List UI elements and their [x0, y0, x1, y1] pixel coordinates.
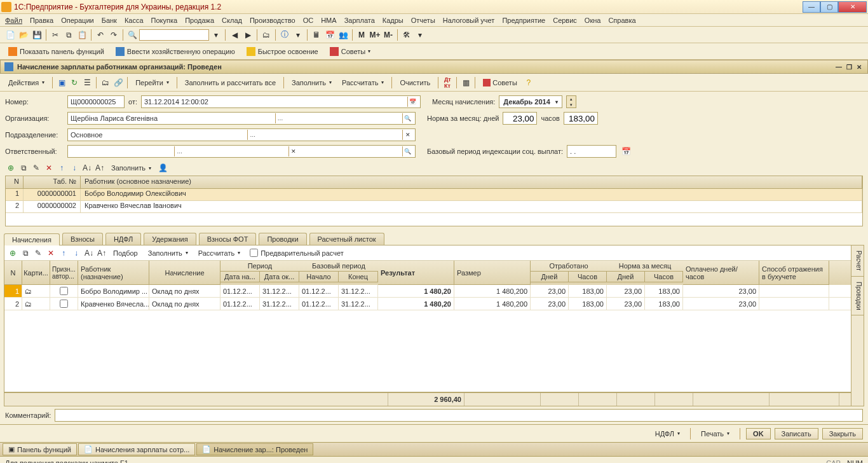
- tools-icon[interactable]: 🛠: [400, 29, 413, 41]
- paste-icon[interactable]: 📋: [76, 29, 88, 41]
- add-row-icon[interactable]: ⊕: [5, 162, 17, 174]
- grid-row[interactable]: 2 🗂 Кравченко Вячесла... Оклад по днях 0…: [4, 298, 851, 310]
- date-input[interactable]: 31.12.2014 12:00:02📅: [141, 95, 421, 108]
- search-icon[interactable]: 🔍: [126, 29, 139, 41]
- post-icon[interactable]: ▣: [56, 77, 67, 88]
- menu-os[interactable]: ОС: [303, 17, 314, 24]
- ghdr-norm[interactable]: Норма за месяц: [607, 261, 683, 272]
- grid-calc-button[interactable]: Рассчитать: [194, 247, 245, 259]
- menu-reports[interactable]: Отчеты: [411, 17, 435, 24]
- new-icon[interactable]: 📄: [4, 29, 17, 41]
- tab-fot[interactable]: Взносы ФОТ: [199, 233, 257, 245]
- ghdr-method[interactable]: Способ отражения в бухучете: [759, 261, 829, 285]
- tab-contributions[interactable]: Взносы: [62, 233, 103, 245]
- grid-sortdesc-icon[interactable]: A↑: [96, 247, 107, 259]
- mminus-icon[interactable]: M-: [382, 29, 395, 41]
- print-button[interactable]: Печать: [696, 428, 734, 439]
- ghdr-baseperiod[interactable]: Базовый период: [299, 261, 378, 272]
- resp-clear-icon[interactable]: ✕: [288, 146, 299, 156]
- calendar-mini-icon[interactable]: 📅: [407, 97, 417, 107]
- ghdr-size[interactable]: Размер: [454, 261, 531, 285]
- info-dd-icon[interactable]: ▾: [292, 29, 304, 41]
- mplus-icon[interactable]: M+: [369, 29, 381, 41]
- ghdr-nhours[interactable]: Часов: [645, 272, 683, 282]
- resp-select-icon[interactable]: …: [174, 146, 184, 156]
- calendar-icon[interactable]: 📅: [323, 29, 336, 41]
- menu-salary[interactable]: Зарплата: [344, 17, 375, 24]
- show-panel-button[interactable]: Показать панель функций: [4, 45, 109, 59]
- ok-button[interactable]: OK: [746, 428, 771, 439]
- save-button[interactable]: Записать: [775, 428, 818, 439]
- ghdr-baseend[interactable]: Конец: [339, 272, 378, 282]
- grid-up-icon[interactable]: ↑: [58, 247, 69, 259]
- ghdr-datefrom[interactable]: Дата на...: [220, 272, 260, 282]
- moveup-icon[interactable]: ↑: [56, 162, 67, 174]
- doc-restore-icon[interactable]: ❐: [844, 62, 853, 71]
- ghdr-auto[interactable]: Призн... автор...: [50, 261, 78, 285]
- ghdr-basestart[interactable]: Начало: [299, 272, 339, 282]
- org-input[interactable]: Щербіна Лариса Євгенівна…🔍: [67, 112, 416, 125]
- emp-hdr-n[interactable]: N: [6, 176, 24, 188]
- menu-sale[interactable]: Продажа: [185, 17, 214, 24]
- base-period-input[interactable]: . .: [567, 145, 616, 158]
- ghdr-ndays[interactable]: Дней: [607, 272, 645, 282]
- tree-icon[interactable]: 🗂: [260, 29, 273, 41]
- sort-desc-icon[interactable]: A↑: [94, 162, 105, 174]
- calc-button[interactable]: Рассчитать: [337, 77, 388, 88]
- dept-input[interactable]: Основное…✕: [67, 128, 416, 141]
- ghdr-emp[interactable]: Работник (назначение): [78, 261, 149, 285]
- actions-button[interactable]: Действия: [4, 77, 49, 88]
- menu-operations[interactable]: Операции: [61, 17, 93, 24]
- menu-nma[interactable]: НМА: [321, 17, 336, 24]
- dtkt-icon[interactable]: ДтКт: [442, 77, 453, 88]
- tab-payslip[interactable]: Расчетный листок: [309, 233, 384, 245]
- ghdr-dateto[interactable]: Дата ок...: [260, 272, 299, 282]
- tab-ndfl[interactable]: НДФЛ: [105, 233, 141, 245]
- close-doc-button[interactable]: Закрыть: [822, 428, 863, 439]
- grid-select-button[interactable]: Подбор: [109, 247, 142, 259]
- grid-edit-icon[interactable]: ✎: [32, 247, 44, 259]
- close-button[interactable]: ✕: [838, 1, 867, 13]
- list-icon[interactable]: ☰: [81, 77, 93, 88]
- sidetab-calc[interactable]: Расчет: [851, 245, 864, 277]
- struct-icon[interactable]: 🗂: [100, 77, 111, 88]
- tab-accruals[interactable]: Начисления: [4, 233, 60, 245]
- goto-button[interactable]: Перейти: [131, 77, 173, 88]
- ghdr-card[interactable]: Карти...: [22, 261, 50, 285]
- ghdr-whours[interactable]: Часов: [569, 272, 607, 282]
- link-icon[interactable]: 🔗: [112, 77, 124, 88]
- minimize-button[interactable]: —: [803, 1, 820, 13]
- menu-windows[interactable]: Окна: [585, 17, 601, 24]
- copy-icon[interactable]: ⧉: [62, 29, 75, 41]
- redo-icon[interactable]: ↷: [107, 29, 120, 41]
- clear-button[interactable]: Очистить: [395, 77, 435, 88]
- delete-row-icon[interactable]: ✕: [43, 162, 55, 174]
- calc-icon[interactable]: 🖩: [310, 29, 323, 41]
- emp-hdr-tab[interactable]: Таб. №: [24, 176, 81, 188]
- search-input[interactable]: [139, 29, 209, 41]
- org-lookup-icon[interactable]: 🔍: [402, 113, 412, 123]
- save-icon[interactable]: 💾: [31, 29, 43, 41]
- ghdr-worked[interactable]: Отработано: [531, 261, 607, 272]
- advice-button[interactable]: Советы▾: [325, 45, 375, 59]
- tools-dd-icon[interactable]: ▾: [414, 29, 426, 41]
- enter-operation-button[interactable]: Ввести хозяйственную операцию: [111, 45, 240, 59]
- resp-input[interactable]: …✕🔍: [67, 145, 416, 158]
- norm-days-input[interactable]: [503, 112, 537, 125]
- refresh-icon[interactable]: ↻: [69, 77, 80, 88]
- undo-icon[interactable]: ↶: [94, 29, 107, 41]
- maximize-button[interactable]: ▢: [820, 1, 838, 13]
- grid-add-icon[interactable]: ⊕: [7, 247, 18, 259]
- open-icon[interactable]: 📂: [17, 29, 30, 41]
- taskbar-panel[interactable]: ▣Панель функций: [3, 443, 77, 455]
- movedown-icon[interactable]: ↓: [69, 162, 80, 174]
- copy-row-icon[interactable]: ⧉: [18, 162, 29, 174]
- menu-file[interactable]: Файл: [5, 17, 22, 24]
- month-select[interactable]: Декабрь 2014▾: [499, 95, 562, 108]
- resp-lookup-icon[interactable]: 🔍: [402, 146, 412, 156]
- ghdr-accrual[interactable]: Начисление: [149, 261, 220, 285]
- sidetab-postings[interactable]: Проводки: [851, 277, 864, 316]
- ghdr-result[interactable]: Результат: [378, 261, 454, 285]
- nav-fwd-icon[interactable]: ▶: [241, 29, 254, 41]
- info-icon[interactable]: ⓘ: [278, 29, 291, 41]
